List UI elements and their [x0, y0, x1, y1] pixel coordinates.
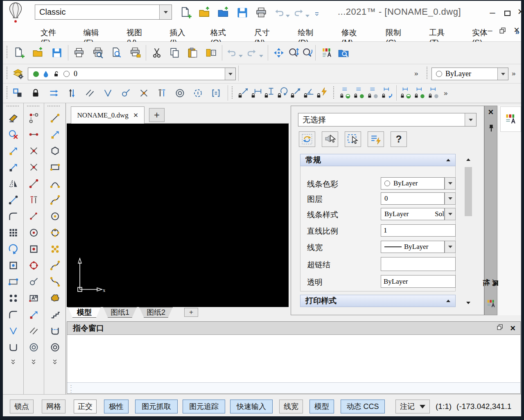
- linecolor-dropdown-button[interactable]: [497, 68, 508, 80]
- toolbar-grip[interactable]: [333, 86, 334, 99]
- toggle-ortho[interactable]: 正交: [74, 400, 97, 413]
- new-drawing-button[interactable]: [179, 6, 193, 20]
- parallel-copy-button[interactable]: [25, 323, 43, 339]
- concentric-circles-button[interactable]: [25, 339, 43, 355]
- redo-dropdown-2[interactable]: [258, 49, 264, 63]
- section-print-style[interactable]: 打印样式: [300, 295, 456, 307]
- undo-button[interactable]: [274, 7, 285, 20]
- split-button[interactable]: [25, 159, 43, 175]
- copy-tool-button[interactable]: [4, 159, 22, 175]
- center-mark-button[interactable]: [25, 192, 43, 208]
- spline-button[interactable]: [46, 257, 64, 273]
- toolbar-grip[interactable]: [232, 86, 233, 99]
- toolbar-more-button[interactable]: [9, 359, 17, 366]
- panel-pin-button[interactable]: [487, 123, 496, 135]
- window-minimize-button[interactable]: –: [487, 7, 498, 18]
- redo-dropdown[interactable]: [304, 9, 311, 23]
- toolbar-grip[interactable]: [7, 67, 8, 79]
- revision-cloud-button[interactable]: [46, 290, 64, 306]
- prop-lineweight-field[interactable]: ByLayer: [381, 241, 445, 253]
- save-button[interactable]: [235, 6, 249, 20]
- constraint-smooth-button[interactable]: [119, 86, 133, 100]
- constraintbar-overflow[interactable]: »: [444, 89, 447, 97]
- pattern-button[interactable]: [4, 224, 22, 241]
- fix-angle-button[interactable]: [237, 86, 250, 100]
- fix-vertical-distance-button[interactable]: [263, 86, 276, 100]
- fix-diameter-button[interactable]: [289, 86, 302, 100]
- square-point-button[interactable]: [25, 241, 43, 257]
- command-input[interactable]: : :: [67, 382, 520, 393]
- print-button-2[interactable]: [72, 46, 86, 60]
- constraint-perpendicular-button[interactable]: [137, 86, 151, 100]
- dimensional-reset-button[interactable]: [380, 86, 394, 100]
- section-general[interactable]: 常规: [300, 154, 456, 166]
- toolbar-grip[interactable]: [427, 67, 428, 79]
- boundary-button[interactable]: [46, 323, 64, 339]
- scroll-down-button[interactable]: [463, 298, 473, 308]
- constraint-concentric-button[interactable]: [173, 86, 187, 100]
- polyline-button[interactable]: [46, 192, 64, 208]
- tab-sheet1[interactable]: 图纸1: [103, 307, 137, 318]
- zoom-dynamic-button[interactable]: [287, 46, 300, 60]
- scale-button[interactable]: [4, 257, 22, 273]
- geometric-visibility-button[interactable]: [338, 86, 352, 100]
- line-button[interactable]: [46, 110, 64, 126]
- toggle-quick-input[interactable]: 快速输入: [230, 400, 273, 413]
- print-preview-button[interactable]: [91, 46, 105, 60]
- toolbar-grip[interactable]: [7, 106, 19, 107]
- redo-button-2[interactable]: [246, 47, 257, 61]
- auto-constrain-button[interactable]: [315, 86, 328, 100]
- document-preview-button[interactable]: [110, 46, 124, 60]
- move-point-button[interactable]: [25, 306, 43, 323]
- point-array-button[interactable]: [46, 241, 64, 257]
- explode-button[interactable]: [4, 273, 22, 290]
- quick-properties-button[interactable]: [368, 131, 384, 147]
- scroll-up-button[interactable]: [463, 155, 473, 165]
- document-tab[interactable]: NONAME_0.dwg ×: [71, 106, 145, 124]
- align-button[interactable]: [4, 290, 22, 306]
- constraint-equal-spacing-button[interactable]: [155, 86, 169, 100]
- selection-dropdown-button[interactable]: [465, 113, 476, 126]
- command-close-button[interactable]: ×: [510, 323, 515, 334]
- toggle-model[interactable]: 模型: [309, 400, 334, 413]
- arc-button[interactable]: [46, 175, 64, 192]
- point-single-button[interactable]: [25, 126, 43, 142]
- display-options-button[interactable]: [320, 46, 334, 60]
- toggle-esnap[interactable]: 图元抓取: [135, 400, 178, 413]
- layer-manager-button[interactable]: [11, 67, 25, 81]
- print-button[interactable]: [254, 6, 268, 20]
- selection-combo[interactable]: 无选择: [298, 113, 477, 126]
- fillet-button[interactable]: [4, 306, 22, 323]
- stretch-button[interactable]: [4, 192, 22, 208]
- fix-distance-button[interactable]: [250, 86, 263, 100]
- toolbar-grip[interactable]: [47, 106, 60, 107]
- help-button[interactable]: ?: [391, 131, 407, 147]
- design-resources-button[interactable]: [337, 46, 350, 60]
- hide-all-dimensional-button[interactable]: [427, 86, 440, 100]
- diagonal-segment-button[interactable]: [25, 208, 43, 224]
- annotation-dropdown[interactable]: 注记: [395, 400, 430, 413]
- command-history[interactable]: [67, 335, 520, 382]
- constraint-equal-button[interactable]: [209, 86, 223, 100]
- layer-dropdown-button[interactable]: [225, 68, 235, 80]
- print-settings-button[interactable]: [129, 46, 142, 60]
- copy-button[interactable]: [168, 46, 182, 60]
- toggle-snap[interactable]: 锁点: [10, 400, 34, 413]
- constraint-symmetric-button[interactable]: [191, 86, 205, 100]
- toggle-lineweight[interactable]: 线宽: [279, 400, 303, 413]
- mirror-button[interactable]: [4, 175, 22, 192]
- toolbar-more-button[interactable]: [51, 359, 59, 366]
- constraint-fix-button[interactable]: [29, 86, 43, 100]
- prop-layer-dropdown[interactable]: [445, 192, 456, 205]
- show-all-dimensional-button[interactable]: [413, 86, 427, 100]
- window-maximize-button[interactable]: [501, 7, 513, 19]
- show-all-geometric-button[interactable]: [352, 86, 366, 100]
- paste-button[interactable]: [186, 46, 200, 60]
- zoom-back-button[interactable]: [300, 46, 314, 60]
- cut-button[interactable]: [150, 46, 164, 60]
- rotate-button[interactable]: [4, 241, 22, 257]
- tangent-circle-button[interactable]: [25, 273, 43, 290]
- open-button[interactable]: [31, 46, 45, 60]
- workspace-selector[interactable]: Classic: [35, 5, 172, 20]
- drawing-canvas[interactable]: x: [67, 124, 289, 307]
